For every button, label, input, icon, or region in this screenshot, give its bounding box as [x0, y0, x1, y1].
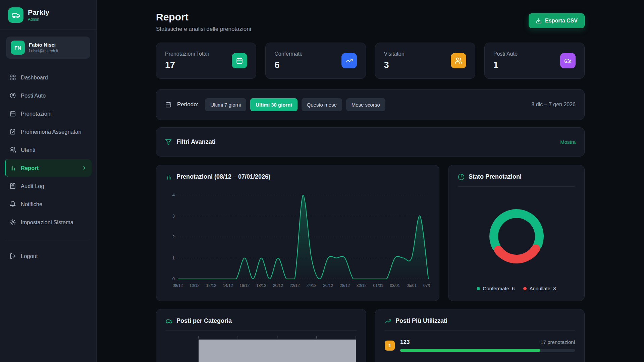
- filters-title: Filtri Avanzati: [176, 138, 216, 145]
- usage-row: 1 123 17 prenotazioni: [385, 339, 575, 352]
- period-label: Periodo:: [177, 101, 198, 108]
- car-icon: [166, 318, 172, 324]
- sidebar-nav: Dashboard Posti Auto Prenotazioni Promem…: [0, 61, 96, 231]
- brand-logo: [8, 7, 23, 23]
- legend-dot: [523, 287, 527, 290]
- funnel-icon: [165, 139, 172, 145]
- logout-label: Logout: [21, 253, 38, 259]
- stat-card-confermate: Confermate 6: [265, 43, 366, 79]
- period-chip-ultimi-30-giorni[interactable]: Ultimi 30 giorni: [250, 98, 297, 111]
- most-used-spots-title: Posti Più Utilizzati: [395, 317, 447, 324]
- filters-toggle-link[interactable]: Mostra: [560, 139, 576, 145]
- calendar-icon: [232, 53, 247, 68]
- sidebar-item-posti-auto[interactable]: Posti Auto: [5, 87, 92, 104]
- sidebar-item-prenotazioni[interactable]: Prenotazioni: [5, 105, 92, 122]
- users-icon: [9, 146, 16, 153]
- category-bar-chart: [166, 336, 357, 362]
- sidebar-item-utenti[interactable]: Utenti: [5, 141, 92, 159]
- bookings-chart-title: Prenotazioni (08/12 – 07/01/2026): [176, 173, 270, 180]
- usage-spot-name: 123: [400, 339, 410, 346]
- svg-text:05/01: 05/01: [407, 283, 417, 288]
- svg-text:0: 0: [172, 276, 175, 281]
- audit-log-icon: [9, 183, 16, 189]
- usage-bar-track: [400, 349, 575, 352]
- svg-text:3: 3: [172, 214, 175, 219]
- legend-label: Confermate: 6: [483, 286, 515, 291]
- svg-text:14/12: 14/12: [223, 283, 233, 288]
- trending-up-icon: [341, 53, 357, 68]
- logout-button[interactable]: Logout: [5, 247, 92, 265]
- sidebar-item-label: Report: [21, 165, 39, 171]
- sidebar-item-report[interactable]: Report: [5, 159, 92, 177]
- usage-bar-fill: [400, 349, 540, 352]
- chevron-right-icon: [82, 165, 87, 171]
- stat-card-visitatori: Visitatori 3: [375, 43, 475, 79]
- bar-chart-icon: [166, 174, 172, 180]
- calendar-icon: [165, 101, 172, 108]
- svg-text:18/12: 18/12: [256, 283, 266, 288]
- period-selector-bar: Periodo: Ultimi 7 giorni Ultimi 30 giorn…: [156, 89, 585, 120]
- svg-text:20/12: 20/12: [273, 283, 283, 288]
- bar-chart-icon: [9, 165, 16, 171]
- period-chip-mese-scorso[interactable]: Mese scorso: [346, 98, 385, 111]
- period-chip-ultimi-7-giorni[interactable]: Ultimi 7 giorni: [205, 98, 246, 111]
- stat-label: Posti Auto: [493, 51, 518, 57]
- svg-text:22/12: 22/12: [290, 283, 300, 288]
- advanced-filters-bar: Filtri Avanzati Mostra: [156, 127, 585, 157]
- divider: [385, 330, 575, 331]
- gear-icon: [9, 219, 16, 226]
- stat-card-prenotazioni-totali: Prenotazioni Totali 17: [156, 43, 256, 79]
- user-card[interactable]: FN Fabio Nisci f.nisci@dstech.it: [6, 37, 90, 59]
- avatar: FN: [11, 41, 25, 55]
- dashboard-icon: [9, 74, 16, 81]
- user-email: f.nisci@dstech.it: [29, 49, 58, 53]
- sidebar-item-notifiche[interactable]: Notifiche: [5, 195, 92, 213]
- sidebar-item-label: Prenotazioni: [21, 111, 52, 117]
- svg-text:16/12: 16/12: [239, 283, 250, 288]
- sidebar-item-label: Audit Log: [21, 183, 44, 189]
- user-name: Fabio Nisci: [29, 42, 58, 48]
- pie-chart-icon: [458, 174, 465, 180]
- sidebar-item-dashboard[interactable]: Dashboard: [5, 69, 92, 86]
- trending-up-icon: [385, 318, 391, 324]
- category-chart-card: Posti per Categoria: [156, 309, 366, 362]
- stat-label: Prenotazioni Totali: [165, 51, 209, 57]
- sidebar-item-promemoria-assegnatari[interactable]: Promemoria Assegnatari: [5, 123, 92, 140]
- svg-text:26/12: 26/12: [323, 283, 333, 288]
- sidebar-item-label: Promemoria Assegnatari: [21, 129, 82, 135]
- bookings-chart-card: Prenotazioni (08/12 – 07/01/2026) 012340…: [156, 165, 439, 301]
- status-donut-chart: [458, 187, 575, 286]
- legend-label: Annullate: 3: [529, 286, 556, 291]
- status-chart-title: Stato Prenotazioni: [469, 173, 522, 180]
- stat-value: 1: [493, 60, 518, 70]
- usage-count-label: 17 prenotazioni: [540, 339, 575, 345]
- sidebar-item-label: Dashboard: [21, 74, 48, 81]
- logout-icon: [9, 253, 16, 259]
- stat-value: 17: [165, 60, 209, 70]
- sidebar-item-impostazioni-sistema[interactable]: Impostazioni Sistema: [5, 214, 92, 231]
- category-chart-title: Posti per Categoria: [176, 317, 232, 324]
- usage-rank-badge: 1: [385, 341, 395, 351]
- bookings-line-chart: 0123408/1210/1212/1214/1216/1218/1220/12…: [166, 190, 430, 290]
- svg-text:01/01: 01/01: [373, 283, 383, 288]
- svg-text:08/12: 08/12: [173, 283, 183, 288]
- calendar-icon: [9, 110, 16, 117]
- sidebar-item-audit-log[interactable]: Audit Log: [5, 177, 92, 195]
- bell-icon: [9, 201, 16, 207]
- main-content: Report Statistiche e analisi delle preno…: [97, 0, 644, 362]
- sidebar-item-label: Posti Auto: [21, 93, 46, 99]
- sidebar-item-label: Utenti: [21, 147, 35, 153]
- stat-value: 3: [384, 60, 405, 70]
- export-csv-button[interactable]: Esporta CSV: [529, 13, 585, 28]
- svg-text:07/01: 07/01: [423, 283, 430, 288]
- sidebar-item-label: Impostazioni Sistema: [21, 219, 73, 226]
- stat-label: Confermate: [274, 51, 303, 57]
- divider: [166, 330, 357, 331]
- svg-text:30/12: 30/12: [357, 283, 367, 288]
- svg-text:12/12: 12/12: [206, 283, 216, 288]
- period-chip-questo-mese[interactable]: Questo mese: [302, 98, 342, 111]
- page-title: Report: [156, 11, 251, 23]
- clipboard-check-icon: [9, 128, 16, 135]
- brand-role: Admin: [28, 17, 49, 22]
- brand: Parkly Admin: [0, 0, 96, 30]
